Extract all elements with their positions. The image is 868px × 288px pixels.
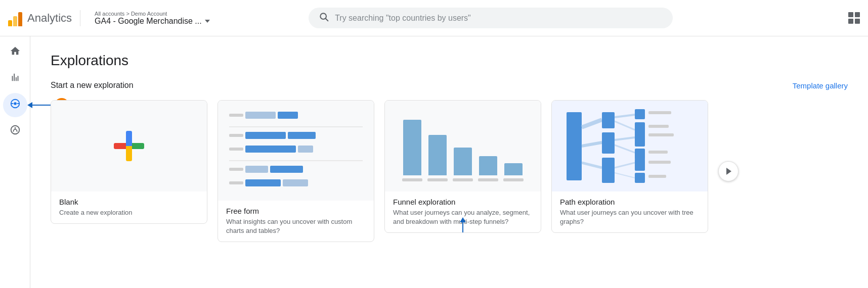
logo-area: Analytics bbox=[8, 10, 80, 26]
svg-line-10 bbox=[582, 142, 602, 146]
freeform-card-info: Free form What insights can you uncover … bbox=[218, 201, 374, 242]
exploration-cards: Blank Create a new exploration bbox=[51, 100, 848, 242]
arrow-up-line bbox=[462, 222, 463, 233]
page-title: Explorations bbox=[51, 53, 848, 69]
svg-rect-25 bbox=[635, 159, 645, 171]
account-name: GA4 - Google Merchandise ... bbox=[95, 17, 210, 26]
blank-card-desc: Create a new exploration bbox=[59, 208, 199, 217]
svg-rect-12 bbox=[602, 112, 615, 128]
apps-icon[interactable] bbox=[848, 12, 860, 24]
funnel-bars bbox=[392, 101, 534, 191]
section-label: Start a new exploration bbox=[51, 81, 134, 90]
svg-point-3 bbox=[14, 102, 17, 105]
blank-card-preview bbox=[51, 101, 207, 191]
svg-point-6 bbox=[11, 126, 19, 134]
path-card-desc: What user journeys can you uncover with … bbox=[560, 208, 700, 226]
account-selector[interactable]: All accounts > Demo Account GA4 - Google… bbox=[86, 11, 218, 26]
explore-icon bbox=[10, 98, 21, 112]
next-button[interactable] bbox=[718, 161, 739, 181]
path-card[interactable]: Path exploration What user journeys can … bbox=[551, 100, 708, 233]
bar-chart-icon bbox=[10, 72, 21, 86]
advertising-icon bbox=[10, 124, 21, 138]
freeform-card[interactable]: Free form What insights can you uncover … bbox=[218, 100, 374, 242]
funnel-card-preview bbox=[385, 101, 541, 191]
svg-line-9 bbox=[582, 120, 602, 127]
svg-line-17 bbox=[615, 137, 635, 140]
svg-rect-26 bbox=[635, 173, 645, 183]
search-placeholder: Try searching "top countries by users" bbox=[335, 14, 663, 23]
svg-rect-29 bbox=[648, 133, 674, 136]
svg-rect-8 bbox=[567, 112, 582, 180]
chevron-down-icon bbox=[205, 20, 210, 23]
sidebar-item-reports[interactable] bbox=[3, 67, 27, 91]
search-icon bbox=[319, 12, 329, 24]
svg-line-19 bbox=[615, 163, 635, 168]
path-card-info: Path exploration What user journeys can … bbox=[552, 191, 708, 232]
svg-line-15 bbox=[615, 115, 635, 117]
section-header: Start a new exploration Template gallery bbox=[51, 81, 848, 90]
svg-line-20 bbox=[615, 173, 635, 178]
app-name: Analytics bbox=[27, 12, 72, 25]
path-card-name: Path exploration bbox=[560, 198, 700, 206]
path-card-preview bbox=[552, 101, 708, 191]
account-breadcrumb: All accounts > Demo Account bbox=[95, 11, 210, 17]
main-content: Explorations Start a new exploration Tem… bbox=[30, 36, 868, 288]
svg-rect-30 bbox=[648, 151, 668, 154]
svg-rect-27 bbox=[648, 111, 671, 114]
svg-line-11 bbox=[582, 163, 602, 168]
freeform-card-name: Free form bbox=[226, 207, 366, 215]
funnel-card-name: Funnel exploration bbox=[393, 198, 533, 206]
svg-rect-13 bbox=[602, 132, 615, 154]
search-bar[interactable]: Try searching "top countries by users" bbox=[309, 8, 673, 28]
svg-line-18 bbox=[615, 145, 635, 153]
svg-rect-24 bbox=[635, 149, 645, 160]
svg-point-7 bbox=[14, 127, 16, 129]
sidebar-item-home[interactable] bbox=[3, 40, 27, 65]
template-gallery-link[interactable]: Template gallery bbox=[793, 81, 848, 90]
freeform-card-preview bbox=[218, 101, 374, 201]
svg-rect-23 bbox=[635, 131, 645, 147]
svg-rect-28 bbox=[648, 125, 669, 128]
blank-card-info: Blank Create a new exploration bbox=[51, 191, 207, 223]
svg-rect-14 bbox=[602, 158, 615, 183]
funnel-card[interactable]: Funnel exploration What user journeys ca… bbox=[384, 100, 541, 233]
sidebar: 1 bbox=[0, 36, 30, 288]
sidebar-item-advertising[interactable] bbox=[3, 119, 27, 143]
svg-line-16 bbox=[615, 121, 635, 130]
chevron-right-icon bbox=[726, 168, 731, 175]
google-plus-icon bbox=[114, 131, 144, 161]
annotation-2: 2 bbox=[456, 217, 470, 233]
home-icon bbox=[10, 45, 21, 60]
path-exploration-svg bbox=[561, 102, 698, 190]
blank-card-name: Blank bbox=[59, 198, 199, 206]
svg-rect-21 bbox=[635, 109, 645, 119]
svg-rect-32 bbox=[648, 175, 666, 178]
analytics-logo-icon bbox=[8, 10, 22, 26]
main-layout: 1 Explorations Start a new exploration T… bbox=[0, 36, 868, 288]
arrow-up-icon bbox=[460, 217, 466, 222]
blank-card[interactable]: Blank Create a new exploration bbox=[51, 100, 207, 224]
sidebar-item-explore[interactable]: 1 bbox=[3, 93, 27, 117]
freeform-card-desc: What insights can you uncover with custo… bbox=[226, 217, 366, 235]
svg-line-1 bbox=[326, 19, 328, 21]
app-header: Analytics All accounts > Demo Account GA… bbox=[0, 0, 868, 36]
svg-rect-31 bbox=[648, 161, 671, 164]
